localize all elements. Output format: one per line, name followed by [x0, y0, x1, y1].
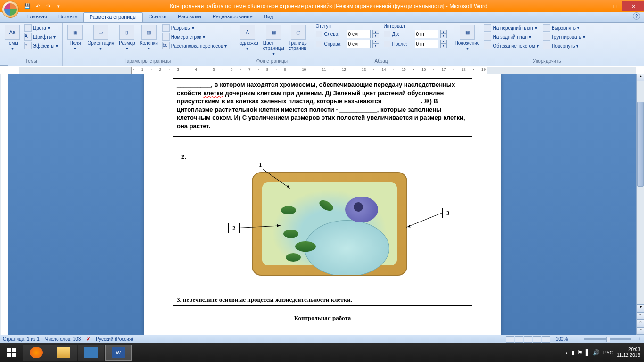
tab-insert[interactable]: Вставка [53, 12, 83, 22]
tab-page-layout[interactable]: Разметка страницы [83, 12, 143, 22]
spacing-after-spinner[interactable]: ▴▾ [440, 40, 447, 48]
tab-home[interactable]: Главная [22, 12, 53, 22]
save-button[interactable]: 💾 [23, 2, 32, 10]
full-screen-view[interactable] [515, 336, 523, 343]
watermark-button[interactable]: AПодложка▾ [234, 24, 260, 52]
office-button[interactable] [2, 1, 19, 18]
web-layout-view[interactable] [524, 336, 532, 343]
indent-right-input[interactable] [347, 40, 371, 48]
themes-button[interactable]: AaТемы▾ [3, 24, 22, 52]
group-button[interactable]: Группировать ▾ [541, 33, 586, 41]
tab-view[interactable]: Вид [258, 12, 279, 22]
outline-view[interactable] [533, 336, 541, 343]
zoom-out-button[interactable]: − [573, 337, 576, 342]
minimize-button[interactable]: — [594, 1, 608, 11]
align-button[interactable]: Выровнять ▾ [541, 24, 586, 32]
breaks-button[interactable]: Разрывы ▾ [161, 24, 228, 32]
bring-front-button[interactable]: На передний план ▾ [482, 24, 540, 32]
zoom-in-button[interactable]: + [638, 337, 641, 342]
tab-references[interactable]: Ссылки [143, 12, 173, 22]
hyphenation-button[interactable]: bcРасстановка переносов ▾ [161, 41, 228, 50]
vertical-ruler[interactable] [0, 74, 8, 335]
svg-rect-3 [12, 353, 16, 357]
action-center-icon[interactable]: ⚑ [578, 349, 583, 356]
taskbar-word[interactable]: W [105, 345, 132, 361]
taskbar-explorer[interactable] [50, 345, 77, 361]
taskbar-firefox[interactable] [23, 345, 50, 361]
tab-mailings[interactable]: Рассылки [172, 12, 206, 22]
indent-left-spinner[interactable]: ▴▾ [372, 30, 379, 38]
margins-button[interactable]: ▦Поля▾ [66, 24, 84, 52]
browse-object-button[interactable]: ○ [637, 320, 644, 327]
redo-button[interactable]: ↷ [43, 2, 53, 10]
question-1-text[interactable]: __________, в котором находятся хромосом… [173, 78, 472, 132]
zoom-level[interactable]: 100% [556, 337, 568, 342]
theme-fonts-button[interactable]: AШрифты ▾ [23, 33, 59, 41]
start-button[interactable] [0, 343, 23, 362]
rotate-button[interactable]: Повернуть ▾ [541, 41, 586, 50]
linenum-label: Номера строк [171, 34, 201, 40]
prev-page-button[interactable]: « [637, 312, 644, 320]
group-themes-label: Темы [3, 58, 59, 65]
line-numbers-button[interactable]: Номера строк ▾ [161, 33, 228, 41]
draft-view[interactable] [542, 336, 550, 343]
scroll-down-button[interactable]: ▾ [637, 304, 644, 312]
cell-image[interactable] [252, 172, 407, 276]
spacing-after-input[interactable] [415, 40, 438, 48]
vertical-scrollbar[interactable]: ▴ ▾ « ○ » [636, 74, 644, 335]
tab-review[interactable]: Рецензирование [207, 12, 258, 22]
scroll-up-button[interactable]: ▴ [637, 74, 644, 81]
text-wrap-button[interactable]: Обтекание текстом ▾ [482, 41, 540, 50]
question-3-text[interactable]: 3. перечислите основные процессы жизнеде… [173, 294, 472, 306]
theme-colors-button[interactable]: Цвета ▾ [23, 24, 59, 32]
system-tray: ▴ ▮ ⚑ ▋ 🔊 РУС 20:03 11.12.2016 [565, 347, 644, 358]
tray-show-hidden[interactable]: ▴ [565, 350, 568, 355]
taskbar-clock[interactable]: 20:03 11.12.2016 [617, 347, 640, 358]
document-page[interactable]: __________, в котором находятся хромосом… [144, 74, 501, 335]
size-label: Размер [119, 41, 135, 46]
indent-right-spinner[interactable]: ▴▾ [372, 40, 379, 48]
scroll-thumb[interactable] [637, 102, 644, 187]
diagram-label-1[interactable]: 1 [255, 160, 266, 170]
groupbtn-label: Группировать [552, 34, 581, 40]
zoom-slider[interactable] [584, 338, 631, 340]
spacing-before-input[interactable] [415, 30, 438, 38]
size-button[interactable]: ▯Размер▾ [117, 24, 137, 52]
spacing-before-spinner[interactable]: ▴▾ [440, 30, 447, 38]
zoom-slider-thumb[interactable] [606, 337, 610, 342]
battery-icon[interactable]: ▮ [571, 349, 575, 356]
hyphen-label: Расстановка переносов [171, 43, 223, 49]
titlebar: 💾 ↶ ↷ ▾ Контрольная работа по теме «Клет… [0, 0, 644, 12]
maximize-button[interactable]: □ [608, 1, 622, 11]
spacing-before-label: До: [392, 32, 413, 37]
position-button[interactable]: ▦Положение▾ [453, 24, 482, 52]
theme-effects-button[interactable]: ○Эффекты ▾ [23, 41, 59, 50]
print-layout-view[interactable] [506, 336, 514, 343]
qat-customize[interactable]: ▾ [54, 2, 63, 10]
next-page-button[interactable]: » [637, 327, 644, 335]
status-language[interactable]: Русский (Россия) [96, 337, 133, 342]
volume-icon[interactable]: 🔊 [593, 349, 600, 356]
orientation-button[interactable]: ▭Ориентация▾ [85, 24, 116, 52]
colors-label: Цвета [33, 25, 46, 31]
diagram-label-3[interactable]: 3 [442, 208, 454, 218]
indent-left-input[interactable] [347, 30, 371, 38]
diagram-label-2[interactable]: 2 [228, 223, 240, 233]
group-page-setup: ▦Поля▾ ▭Ориентация▾ ▯Размер▾ ▥Колонки▾ Р… [63, 23, 231, 66]
status-page[interactable]: Страница: 1 из 1 [3, 337, 40, 342]
help-icon[interactable]: ? [633, 12, 640, 20]
close-button[interactable]: ✕ [622, 1, 644, 11]
columns-button[interactable]: ▥Колонки▾ [138, 24, 160, 52]
page-borders-button[interactable]: ▢Границы страниц [287, 24, 310, 52]
status-word-count[interactable]: Число слов: 103 [45, 337, 81, 342]
page-color-button[interactable]: ▦Цвет страницы▾ [261, 24, 286, 57]
network-icon[interactable]: ▋ [586, 349, 590, 356]
send-back-button[interactable]: На задний план ▾ [482, 33, 540, 41]
taskbar-app[interactable] [78, 345, 104, 361]
answer-box-1[interactable] [173, 136, 472, 149]
proofing-icon[interactable]: ✗ [86, 337, 90, 342]
taskbar: W ▴ ▮ ⚑ ▋ 🔊 РУС 20:03 11.12.2016 [0, 343, 644, 362]
language-indicator[interactable]: РУС [603, 350, 613, 355]
undo-button[interactable]: ↶ [33, 2, 42, 10]
chloroplast-icon [318, 198, 335, 214]
